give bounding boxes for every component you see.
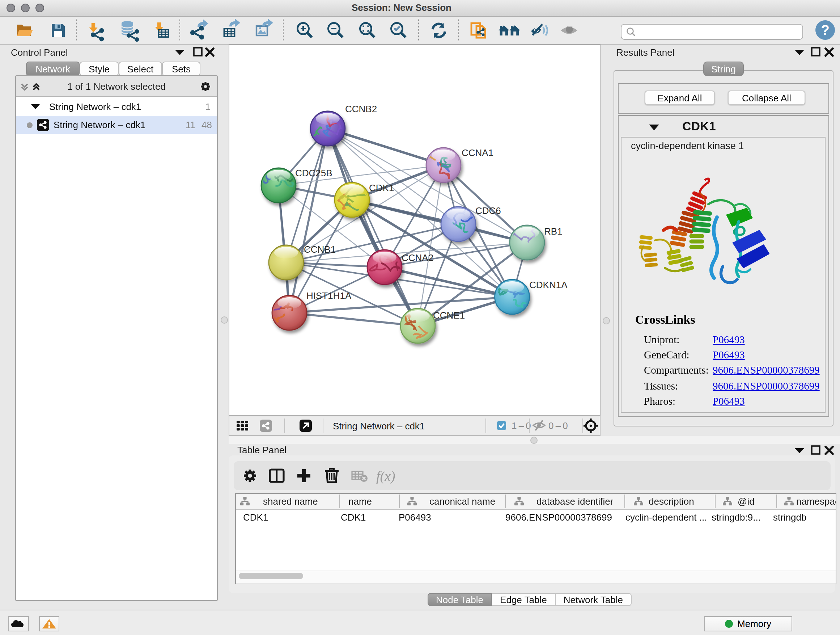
svg-text:CCNB1: CCNB1 (304, 244, 336, 255)
svg-text:CCNA1: CCNA1 (462, 147, 493, 158)
svg-text:HIST1H1A: HIST1H1A (306, 290, 352, 301)
svg-text:CDKN1A: CDKN1A (529, 279, 568, 290)
svg-text:0 – 0: 0 – 0 (548, 420, 568, 431)
svg-text:CCNA2: CCNA2 (401, 252, 433, 263)
svg-text:1 – 0: 1 – 0 (512, 420, 531, 431)
svg-text:f(x): f(x) (376, 469, 395, 484)
svg-text:String Network – cdk1: String Network – cdk1 (333, 421, 425, 432)
svg-text:CCNE1: CCNE1 (433, 310, 465, 321)
svg-text:CDC6: CDC6 (475, 205, 501, 216)
svg-text:CDK1: CDK1 (369, 182, 394, 193)
svg-text:RB1: RB1 (544, 226, 562, 237)
svg-text:CCNB2: CCNB2 (345, 103, 377, 114)
svg-text:CDC25B: CDC25B (295, 168, 332, 179)
